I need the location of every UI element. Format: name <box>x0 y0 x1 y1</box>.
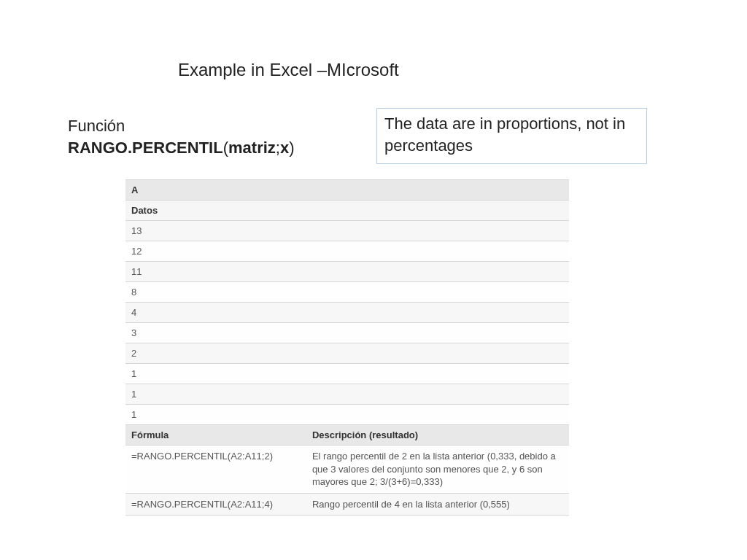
data-cell: 1 <box>125 405 306 425</box>
data-cell: 1 <box>125 364 306 384</box>
data-cell: 11 <box>125 262 306 282</box>
function-arg2: x <box>280 139 289 157</box>
data-cell: 13 <box>125 221 306 241</box>
function-arg1: matriz <box>228 139 276 157</box>
formula-cell: =RANGO.PERCENTIL(A2:A11;4) <box>125 493 306 516</box>
description-cell: Rango percentil de 4 en la lista anterio… <box>306 493 569 516</box>
function-word: Función <box>68 117 125 135</box>
data-section-label: Datos <box>125 201 306 221</box>
data-cell: 4 <box>125 303 306 323</box>
data-cell: 2 <box>125 343 306 364</box>
column-header-a: A <box>125 180 306 201</box>
function-name: RANGO.PERCENTIL <box>68 139 223 157</box>
description-cell: El rango percentil de 2 en la lista ante… <box>306 446 569 494</box>
data-cell: 8 <box>125 282 306 303</box>
page-title: Example in Excel –MIcrosoft <box>178 60 399 80</box>
data-cell: 12 <box>125 241 306 262</box>
note-box: The data are in proportions, not in perc… <box>376 108 647 164</box>
formula-header: Fórmula <box>125 425 306 446</box>
description-header: Descripción (resultado) <box>306 425 569 446</box>
data-table: A Datos 13 12 11 8 4 3 2 1 1 1 FórmulaDe… <box>125 179 569 516</box>
formula-cell: =RANGO.PERCENTIL(A2:A11;2) <box>125 446 306 494</box>
column-header-b <box>306 180 569 201</box>
data-cell: 3 <box>125 323 306 343</box>
function-signature: Función RANGO.PERCENTIL(matriz;x) <box>68 115 295 158</box>
data-cell: 1 <box>125 384 306 405</box>
